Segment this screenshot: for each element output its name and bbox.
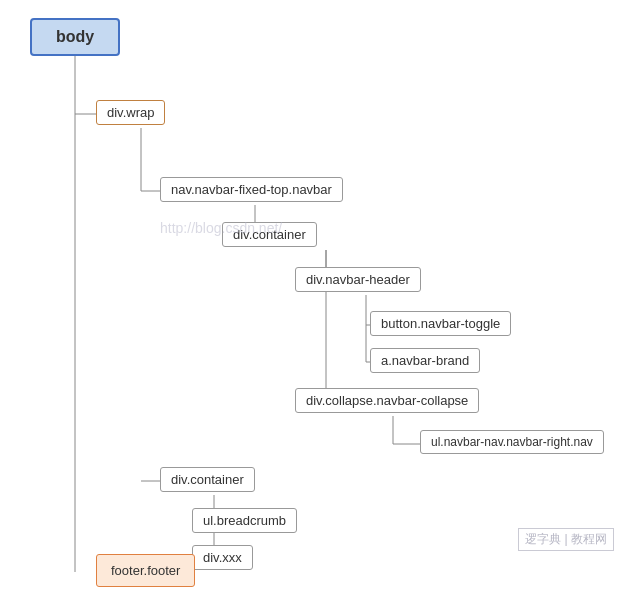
watermark-brand: 逻字典 | 教程网 [518, 528, 614, 551]
node-div-navbar-header: div.navbar-header [295, 267, 421, 292]
diagram-container: body div.wrap nav.navbar-fixed-top.navba… [0, 0, 644, 611]
node-nav-navbar: nav.navbar-fixed-top.navbar [160, 177, 343, 202]
node-div-container1: div.container [222, 222, 317, 247]
connector-lines [0, 0, 644, 611]
node-div-container2: div.container [160, 467, 255, 492]
node-footer-footer: footer.footer [96, 554, 195, 587]
node-div-collapse: div.collapse.navbar-collapse [295, 388, 479, 413]
node-div-wrap: div.wrap [96, 100, 165, 125]
node-div-xxx: div.xxx [192, 545, 253, 570]
node-ul-navbar-nav: ul.navbar-nav.navbar-right.nav [420, 430, 604, 454]
node-a-navbar-brand: a.navbar-brand [370, 348, 480, 373]
node-body: body [30, 18, 120, 56]
node-button-navbar-toggle: button.navbar-toggle [370, 311, 511, 336]
node-ul-breadcrumb: ul.breadcrumb [192, 508, 297, 533]
